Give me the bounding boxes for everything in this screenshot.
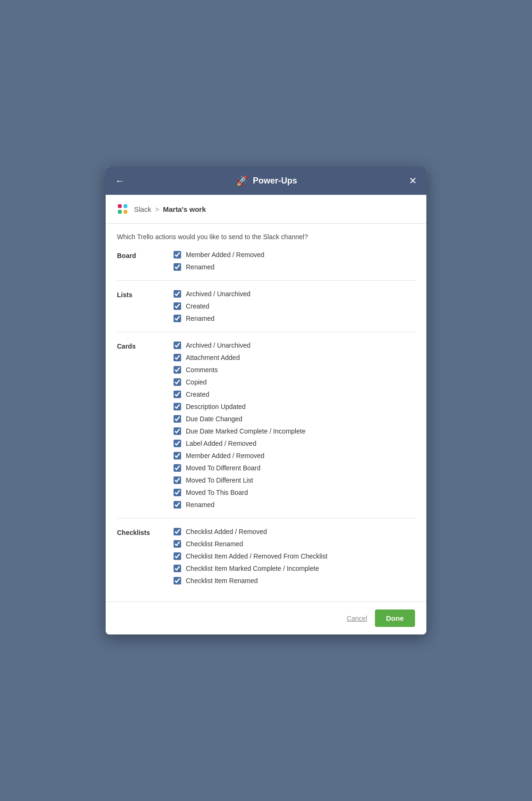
section-items-cards: Archived / UnarchivedAttachment AddedCom… — [174, 342, 415, 509]
rocket-icon: 🚀 — [236, 175, 248, 186]
checkbox-item-lists_archived_unarchived[interactable]: Archived / Unarchived — [174, 290, 415, 298]
done-button[interactable]: Done — [375, 609, 416, 627]
breadcrumb-workspace: Marta's work — [163, 205, 206, 213]
checkbox-label-cards_member_added_removed: Member Added / Removed — [186, 452, 265, 459]
checkbox-checklists_item_added_removed[interactable] — [174, 552, 181, 560]
checkbox-cards_description_updated[interactable] — [174, 403, 181, 410]
breadcrumb-app-name: Slack — [134, 205, 151, 213]
checkbox-cards_due_date_marked[interactable] — [174, 427, 181, 435]
checkbox-label-board_member_added_removed: Member Added / Removed — [186, 251, 265, 259]
checkbox-item-cards_renamed[interactable]: Renamed — [174, 501, 415, 509]
checkbox-cards_moved_different_board[interactable] — [174, 464, 181, 472]
checkbox-label-board_renamed: Renamed — [186, 263, 215, 271]
checkbox-cards_moved_this_board[interactable] — [174, 489, 181, 496]
checkbox-label-lists_archived_unarchived: Archived / Unarchived — [186, 290, 250, 298]
svg-rect-2 — [118, 210, 122, 214]
checkbox-cards_due_date_changed[interactable] — [174, 415, 181, 423]
checkbox-item-cards_moved_different_board[interactable]: Moved To Different Board — [174, 464, 415, 472]
checkbox-label-cards_renamed: Renamed — [186, 501, 215, 509]
checkbox-item-cards_moved_different_list[interactable]: Moved To Different List — [174, 476, 415, 484]
section-label-board: Board — [117, 251, 174, 271]
checkbox-label-cards_due_date_marked: Due Date Marked Complete / Incomplete — [186, 427, 306, 435]
checkbox-item-cards_due_date_marked[interactable]: Due Date Marked Complete / Incomplete — [174, 427, 415, 435]
checkbox-item-lists_created[interactable]: Created — [174, 302, 415, 310]
checkbox-cards_moved_different_list[interactable] — [174, 476, 181, 484]
checkbox-cards_renamed[interactable] — [174, 501, 181, 509]
checkbox-cards_comments[interactable] — [174, 366, 181, 374]
checkbox-lists_renamed[interactable] — [174, 315, 181, 322]
checkbox-label-checklists_item_marked: Checklist Item Marked Complete / Incompl… — [186, 565, 319, 572]
checkbox-item-board_member_added_removed[interactable]: Member Added / Removed — [174, 251, 415, 259]
back-arrow-icon: ← — [115, 175, 125, 186]
checkbox-label-cards_moved_different_list: Moved To Different List — [186, 476, 253, 484]
section-board: BoardMember Added / RemovedRenamed — [117, 251, 415, 281]
checkbox-item-cards_archived_unarchived[interactable]: Archived / Unarchived — [174, 342, 415, 349]
checkbox-checklists_item_renamed[interactable] — [174, 577, 181, 584]
section-lists: ListsArchived / UnarchivedCreatedRenamed — [117, 290, 415, 332]
modal-header: ← 🚀 Power-Ups ✕ — [106, 167, 426, 195]
modal-footer: Cancel Done — [106, 601, 426, 634]
checkbox-item-cards_copied[interactable]: Copied — [174, 378, 415, 386]
checkbox-label-lists_renamed: Renamed — [186, 315, 215, 322]
cancel-button[interactable]: Cancel — [347, 615, 367, 622]
checkbox-item-lists_renamed[interactable]: Renamed — [174, 315, 415, 322]
modal-body: Which Trello actions would you like to s… — [106, 224, 426, 601]
checkbox-item-cards_description_updated[interactable]: Description Updated — [174, 403, 415, 410]
checkbox-label-cards_label_added_removed: Label Added / Removed — [186, 440, 256, 447]
checkbox-label-cards_created: Created — [186, 391, 209, 398]
checkbox-cards_created[interactable] — [174, 391, 181, 398]
checkbox-board_renamed[interactable] — [174, 263, 181, 271]
checkbox-checklists_added_removed[interactable] — [174, 528, 181, 535]
section-items-board: Member Added / RemovedRenamed — [174, 251, 415, 271]
checkbox-label-checklists_added_removed: Checklist Added / Removed — [186, 528, 267, 535]
checkbox-checklists_renamed[interactable] — [174, 540, 181, 548]
checkbox-lists_created[interactable] — [174, 302, 181, 310]
checkbox-item-checklists_renamed[interactable]: Checklist Renamed — [174, 540, 415, 548]
checkbox-item-cards_member_added_removed[interactable]: Member Added / Removed — [174, 452, 415, 459]
slack-logo-icon — [115, 201, 130, 217]
checkbox-item-cards_created[interactable]: Created — [174, 391, 415, 398]
checkbox-label-lists_created: Created — [186, 302, 209, 310]
checkbox-item-checklists_item_added_removed[interactable]: Checklist Item Added / Removed From Chec… — [174, 552, 415, 560]
close-button[interactable]: ✕ — [409, 175, 417, 186]
checkbox-item-cards_moved_this_board[interactable]: Moved To This Board — [174, 489, 415, 496]
svg-rect-0 — [118, 204, 122, 208]
checkbox-label-cards_copied: Copied — [186, 378, 207, 386]
back-button[interactable]: ← — [115, 175, 125, 186]
section-cards: CardsArchived / UnarchivedAttachment Add… — [117, 342, 415, 518]
checkbox-checklists_item_marked[interactable] — [174, 565, 181, 572]
checkbox-label-checklists_item_renamed: Checklist Item Renamed — [186, 577, 258, 584]
checkbox-label-cards_comments: Comments — [186, 366, 218, 374]
checkbox-cards_label_added_removed[interactable] — [174, 440, 181, 447]
svg-rect-3 — [124, 210, 127, 214]
checkbox-label-cards_moved_different_board: Moved To Different Board — [186, 464, 260, 472]
checkbox-board_member_added_removed[interactable] — [174, 251, 181, 259]
question-text: Which Trello actions would you like to s… — [117, 233, 415, 241]
modal: ← 🚀 Power-Ups ✕ Slack > Marta's work Whi… — [106, 167, 426, 634]
checkbox-cards_copied[interactable] — [174, 378, 181, 386]
modal-title: Power-Ups — [253, 176, 297, 186]
checkbox-cards_member_added_removed[interactable] — [174, 452, 181, 459]
section-checklists: ChecklistsChecklist Added / RemovedCheck… — [117, 528, 415, 594]
checkbox-cards_archived_unarchived[interactable] — [174, 342, 181, 349]
breadcrumb-separator: > — [155, 205, 159, 213]
checkbox-item-board_renamed[interactable]: Renamed — [174, 263, 415, 271]
checkbox-lists_archived_unarchived[interactable] — [174, 290, 181, 298]
checkbox-item-cards_label_added_removed[interactable]: Label Added / Removed — [174, 440, 415, 447]
checkbox-label-cards_archived_unarchived: Archived / Unarchived — [186, 342, 250, 349]
checkbox-label-checklists_item_added_removed: Checklist Item Added / Removed From Chec… — [186, 552, 327, 560]
svg-rect-1 — [124, 204, 127, 208]
checkbox-item-cards_attachment_added[interactable]: Attachment Added — [174, 354, 415, 361]
breadcrumb: Slack > Marta's work — [106, 195, 426, 224]
checkbox-label-cards_moved_this_board: Moved To This Board — [186, 489, 248, 496]
checkbox-item-checklists_item_renamed[interactable]: Checklist Item Renamed — [174, 577, 415, 584]
checkbox-label-cards_due_date_changed: Due Date Changed — [186, 415, 242, 423]
header-title-group: 🚀 Power-Ups — [236, 175, 297, 186]
checkbox-item-cards_due_date_changed[interactable]: Due Date Changed — [174, 415, 415, 423]
checkbox-label-cards_attachment_added: Attachment Added — [186, 354, 240, 361]
checkbox-label-cards_description_updated: Description Updated — [186, 403, 246, 410]
checkbox-cards_attachment_added[interactable] — [174, 354, 181, 361]
checkbox-item-checklists_item_marked[interactable]: Checklist Item Marked Complete / Incompl… — [174, 565, 415, 572]
checkbox-item-checklists_added_removed[interactable]: Checklist Added / Removed — [174, 528, 415, 535]
checkbox-item-cards_comments[interactable]: Comments — [174, 366, 415, 374]
